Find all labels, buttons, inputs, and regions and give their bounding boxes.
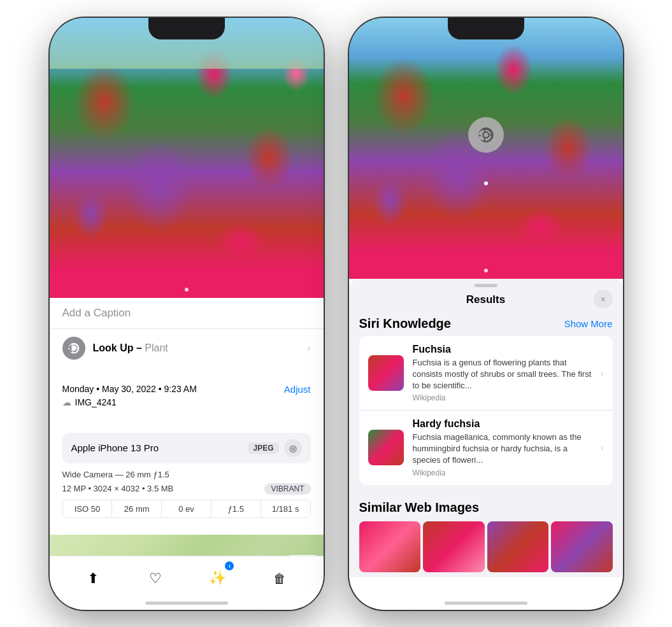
results-header: Results × (349, 287, 623, 311)
show-more-button[interactable]: Show More (564, 318, 613, 329)
lookup-dot (484, 181, 488, 185)
results-sheet: Results × Siri Knowledge Show More (349, 279, 623, 577)
exif-row: ISO 50 26 mm 0 ev ƒ1.5 1/181 s (62, 500, 311, 518)
exif-shutter: 1/181 s (261, 500, 310, 518)
left-phone: Add a Caption Look Up – Plant › Monday •… (50, 18, 324, 610)
web-image-2[interactable] (423, 521, 485, 572)
fuchsia-desc: Fuchsia is a genus of flowering plants t… (413, 357, 592, 392)
lookup-row[interactable]: Look Up – Plant › (50, 328, 324, 367)
right-phone-notch (448, 18, 524, 39)
camera-details: Wide Camera — 26 mm ƒ1.5 (62, 470, 311, 479)
trash-icon (273, 569, 286, 587)
adjust-button[interactable]: Adjust (284, 384, 311, 395)
settings-circle-icon: ◎ (284, 439, 302, 457)
cloud-icon: ☁ (62, 397, 71, 407)
device-section: Apple iPhone 13 Pro JPEG ◎ Wide Camera —… (50, 424, 324, 527)
results-title: Results (466, 293, 505, 306)
device-row: Apple iPhone 13 Pro JPEG ◎ (62, 433, 311, 463)
meta-section: Monday • May 30, 2022 • 9:23 AM Adjust ☁… (50, 375, 324, 416)
knowledge-card: Fuchsia Fuchsia is a genus of flowering … (359, 336, 613, 485)
info-icon: ✨ (209, 570, 226, 586)
hardy-fuchsia-desc: Fuchsia magellanica, commonly known as t… (413, 432, 592, 467)
web-images-title: Similar Web Images (359, 500, 613, 515)
siri-section-title: Siri Knowledge (359, 316, 451, 331)
specs-text: 12 MP • 3024 × 4032 • 3.5 MB (62, 484, 174, 493)
lookup-icon (62, 337, 85, 360)
knowledge-item-fuchsia[interactable]: Fuchsia Fuchsia is a genus of flowering … (359, 336, 613, 411)
web-image-1[interactable] (359, 521, 421, 572)
photo-area[interactable] (50, 18, 324, 298)
delete-button[interactable] (266, 564, 294, 592)
right-page-indicator (484, 269, 488, 272)
filename: IMG_4241 (75, 397, 117, 407)
exif-ev: 0 ev (162, 500, 211, 518)
right-phone-screen: Results × Siri Knowledge Show More (349, 18, 623, 610)
device-name: Apple iPhone 13 Pro (71, 442, 159, 453)
web-image-3[interactable] (487, 521, 549, 572)
fuchsia-thumbnail (368, 355, 404, 391)
visual-lookup-button[interactable] (468, 117, 504, 153)
vibrant-badge: VIBRANT (264, 483, 310, 495)
siri-knowledge-section: Siri Knowledge Show More Fuchsia Fuchsia… (349, 311, 623, 490)
hardy-fuchsia-chevron-icon: › (601, 442, 604, 453)
fuchsia-text: Fuchsia Fuchsia is a genus of flowering … (413, 344, 592, 403)
exif-focal: 26 mm (112, 500, 162, 518)
info-badge: i (225, 561, 234, 570)
info-button[interactable]: ✨ i (203, 564, 231, 592)
phone-notch (148, 18, 225, 39)
share-icon (87, 569, 99, 587)
fuchsia-chevron-icon: › (601, 368, 604, 378)
page-indicator-dot (185, 288, 189, 292)
knowledge-item-hardy-fuchsia[interactable]: Hardy fuchsia Fuchsia magellanica, commo… (359, 410, 613, 485)
results-close-button[interactable]: × (594, 290, 613, 309)
hardy-fuchsia-text: Hardy fuchsia Fuchsia magellanica, commo… (413, 418, 592, 477)
left-phone-screen: Add a Caption Look Up – Plant › Monday •… (50, 18, 324, 610)
right-photo-area[interactable] (349, 18, 623, 279)
hardy-fuchsia-name: Hardy fuchsia (413, 418, 592, 430)
share-button[interactable] (79, 564, 107, 592)
web-images-section: Similar Web Images (349, 495, 623, 577)
close-icon: × (600, 294, 605, 304)
home-indicator (145, 602, 228, 605)
lookup-chevron-icon: › (307, 342, 310, 354)
caption-input[interactable]: Add a Caption (50, 298, 324, 328)
right-phone: Results × Siri Knowledge Show More (349, 18, 623, 610)
siri-section-header: Siri Knowledge Show More (359, 316, 613, 331)
hardy-fuchsia-thumbnail (368, 430, 404, 465)
heart-icon (149, 569, 162, 587)
exif-aperture: ƒ1.5 (211, 500, 261, 518)
lookup-label: Look Up – Plant (93, 342, 168, 354)
favorite-button[interactable] (141, 564, 169, 592)
exif-iso: ISO 50 (63, 500, 113, 518)
fuchsia-name: Fuchsia (413, 344, 592, 355)
hardy-fuchsia-source: Wikipedia (413, 468, 592, 477)
filename-row: ☁ IMG_4241 (62, 397, 311, 407)
fuchsia-source: Wikipedia (413, 393, 592, 402)
right-home-indicator (445, 602, 527, 605)
photo-date: Monday • May 30, 2022 • 9:23 AM (62, 384, 197, 394)
web-image-4[interactable] (551, 521, 613, 572)
web-images-row (359, 521, 613, 572)
format-badge: JPEG (248, 442, 278, 454)
device-badges: JPEG ◎ (248, 439, 301, 457)
